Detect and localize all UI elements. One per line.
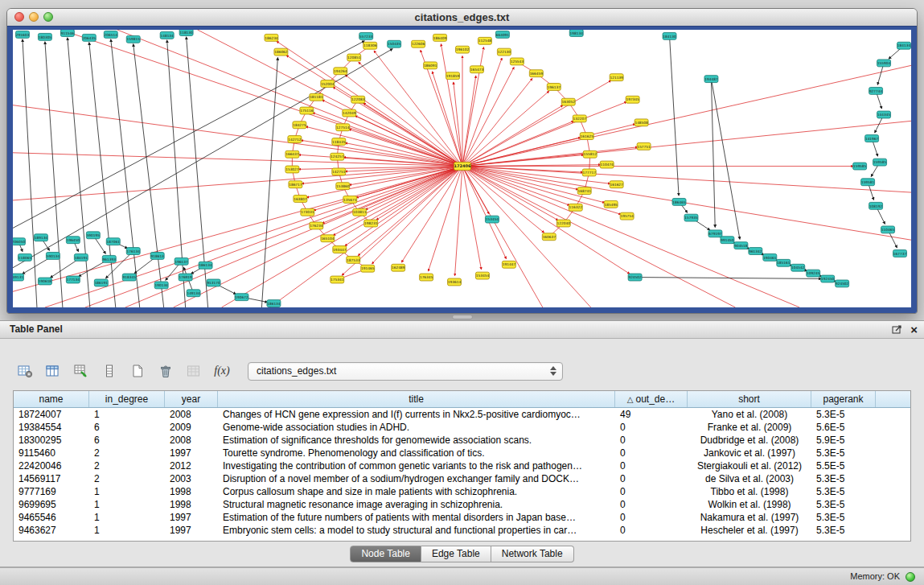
graph-node[interactable]: 184275 — [293, 122, 306, 129]
graph-node[interactable]: 118065 — [18, 253, 31, 261]
graph-node[interactable]: 122083 — [351, 96, 365, 103]
graph-node[interactable]: 168741 — [577, 187, 591, 195]
graph-node[interactable]: 198134 — [569, 30, 583, 36]
graph-node[interactable]: 148134 — [160, 31, 174, 39]
graph-node[interactable]: 918613 — [150, 252, 164, 259]
graph-node[interactable]: 141967 — [865, 135, 879, 142]
table-row[interactable]: 977716911998Corpus callosum shape and si… — [14, 485, 910, 498]
table-settings-button[interactable] — [13, 360, 37, 382]
import-table-button[interactable] — [69, 360, 93, 382]
graph-node[interactable]: 679197 — [708, 230, 722, 237]
tab-node-table[interactable]: Node Table — [350, 546, 421, 562]
graph-node[interactable]: 112548 — [478, 37, 491, 44]
graph-node[interactable]: 142049 — [343, 109, 356, 117]
graph-node[interactable]: 176919 — [179, 274, 192, 281]
graph-node[interactable]: 904518 — [734, 242, 748, 249]
graph-node[interactable]: 118435 — [332, 138, 346, 146]
graph-node[interactable]: 177134 — [66, 276, 80, 283]
graph-node[interactable]: 159585 — [853, 163, 867, 170]
graph-node[interactable]: 172406 — [454, 163, 471, 171]
graph-node[interactable]: 166437 — [285, 150, 299, 158]
graph-node[interactable]: 196137 — [547, 84, 561, 91]
graph-node[interactable]: 180305 — [38, 33, 51, 40]
graph-node[interactable]: 196450 — [66, 237, 80, 244]
graph-node[interactable]: 190672 — [235, 294, 248, 301]
tab-edge-table[interactable]: Edge Table — [421, 546, 491, 562]
graph-node[interactable]: 189134 — [34, 234, 47, 241]
graph-node[interactable]: 206514 — [104, 31, 117, 38]
graph-node[interactable]: 193614 — [448, 278, 462, 286]
table-row[interactable]: 2242004622012Investigating the contribut… — [14, 459, 910, 472]
graph-node[interactable]: 163052 — [561, 98, 575, 105]
graph-node[interactable]: 918345 — [122, 274, 136, 281]
delete-column-button[interactable] — [154, 360, 178, 382]
graph-node[interactable]: 191447 — [502, 261, 515, 268]
graph-node[interactable]: 206050 — [13, 238, 25, 245]
graph-node[interactable]: 186234 — [265, 34, 278, 41]
graph-node[interactable]: 142712 — [288, 136, 302, 143]
graph-node[interactable]: 159585 — [873, 159, 887, 166]
graph-node[interactable]: 175116 — [300, 107, 314, 114]
graph-node[interactable]: 159581 — [861, 179, 875, 186]
column-header-in_degree[interactable]: in_degree — [89, 391, 165, 407]
table-row[interactable]: 1456911722003Disruption of a novel membe… — [14, 472, 910, 485]
graph-node[interactable]: 176134 — [126, 248, 140, 255]
graph-node[interactable]: 991450 — [721, 237, 734, 244]
graph-node[interactable]: 184134 — [897, 42, 911, 49]
graph-node[interactable]: 125543 — [510, 58, 524, 65]
graph-node[interactable]: 159815 — [126, 35, 140, 43]
graph-node[interactable]: 184191 — [74, 253, 88, 261]
graph-node[interactable]: 152004 — [321, 80, 335, 88]
graph-node[interactable]: 184130 — [663, 32, 676, 39]
graph-node[interactable]: 911546 — [60, 30, 74, 36]
graph-node[interactable]: 175341 — [331, 276, 344, 283]
graph-node[interactable]: 590134 — [46, 252, 60, 259]
graph-node[interactable]: 664091 — [495, 31, 509, 38]
graph-node[interactable]: 122606 — [412, 40, 425, 47]
graph-node[interactable]: 161625 — [580, 133, 593, 140]
panel-splitter[interactable] — [0, 314, 924, 320]
graph-node[interactable]: 122040 — [556, 220, 570, 227]
table-row[interactable]: 969969511998Structural magnetic resonanc… — [14, 498, 910, 511]
graph-node[interactable]: 193447 — [333, 246, 347, 253]
graph-node[interactable]: 181181 — [310, 93, 323, 101]
graph-node[interactable]: 191465 — [361, 265, 375, 272]
graph-node[interactable]: 166459 — [529, 70, 543, 77]
graph-node[interactable]: 116322 — [569, 204, 582, 211]
close-panel-icon[interactable]: × — [910, 323, 918, 336]
graph-node[interactable]: 186134 — [267, 300, 281, 307]
graph-node[interactable]: 163807 — [294, 196, 307, 203]
column-header-pagerank[interactable]: pagerank — [811, 391, 876, 407]
graph-node[interactable]: 190134 — [154, 282, 168, 289]
column-header-out_de[interactable]: △out_de… — [615, 391, 688, 407]
graph-node[interactable]: 161627 — [610, 181, 623, 188]
graph-node[interactable]: 185161 — [777, 259, 791, 266]
graph-node[interactable]: 150435 — [388, 40, 401, 47]
graph-node[interactable]: 162489 — [392, 264, 405, 271]
graph-node[interactable]: 186409 — [433, 34, 447, 41]
graph-node[interactable]: 194264 — [334, 68, 347, 75]
float-panel-icon[interactable] — [892, 324, 903, 335]
graph-node[interactable]: 103811 — [353, 208, 367, 216]
graph-node[interactable]: 186717 — [289, 181, 302, 188]
graph-node[interactable]: 186091 — [424, 62, 437, 69]
graph-node[interactable]: 110465 — [881, 226, 895, 233]
graph-node[interactable]: 124257 — [331, 153, 344, 160]
graph-node[interactable]: 198231 — [364, 220, 378, 227]
graph-node[interactable]: 155812 — [583, 150, 597, 158]
column-header-year[interactable]: year — [165, 391, 218, 407]
graph-node[interactable]: 109245 — [807, 270, 820, 277]
graph-node[interactable]: 135671 — [343, 196, 357, 204]
graph-node[interactable]: 590195 — [86, 232, 100, 239]
table-row[interactable]: 1830029562008Estimation of significance … — [14, 434, 910, 447]
graph-node[interactable]: 176234 — [310, 222, 323, 229]
graph-node[interactable]: 195754 — [620, 212, 634, 220]
row-height-button[interactable] — [97, 360, 121, 382]
graph-node[interactable]: 153027 — [285, 166, 299, 173]
graph-node[interactable]: 153860 — [336, 183, 350, 190]
function-builder-button[interactable]: f(x) — [210, 360, 234, 382]
graph-node[interactable]: 186465 — [672, 198, 686, 205]
graph-node[interactable]: 291603 — [15, 31, 29, 38]
graph-node[interactable]: 132207 — [573, 115, 586, 122]
graph-node[interactable]: 165473 — [470, 66, 483, 73]
